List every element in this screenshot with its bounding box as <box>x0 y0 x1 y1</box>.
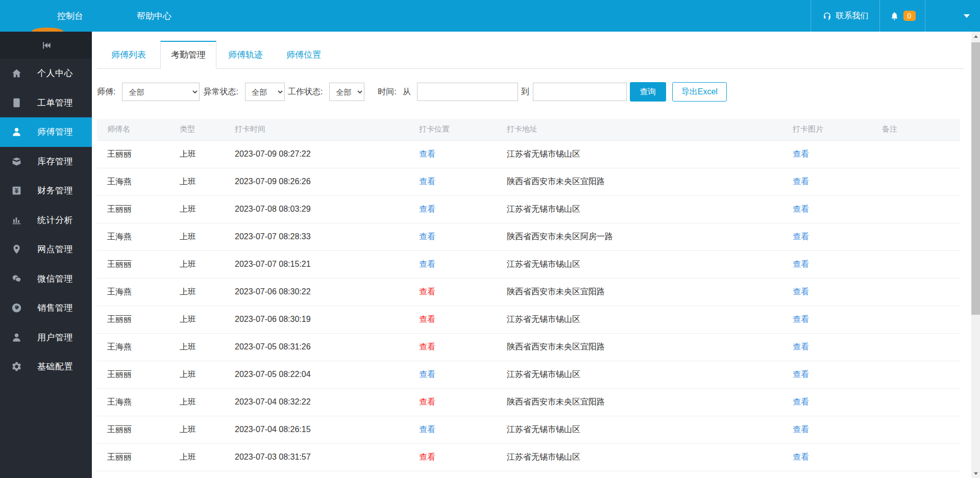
cell-remark <box>872 416 960 443</box>
abnormal-status-select[interactable]: 全部 <box>245 83 285 101</box>
view-image-link[interactable]: 查看 <box>793 397 809 406</box>
contact-us-label: 联系我们 <box>836 11 869 21</box>
cell-remark <box>872 388 960 416</box>
view-image-link[interactable]: 查看 <box>793 425 809 434</box>
nav-item-help-center[interactable]: 帮助中心 <box>137 10 172 22</box>
wechat-icon <box>11 273 22 284</box>
sidebar-item-label: 库存管理 <box>37 156 73 167</box>
cell-master-name: 王海燕 <box>97 388 169 416</box>
sidebar-item-finance[interactable]: 财务管理 <box>0 176 92 206</box>
table-row: 王丽丽上班2023-07-06 08:30:19查看江苏省无锡市锡山区查看 <box>97 306 960 333</box>
view-location-link[interactable]: 查看 <box>419 315 435 323</box>
cell-punch-image: 查看 <box>782 306 872 333</box>
tab-master-location[interactable]: 师傅位置 <box>275 41 333 68</box>
sidebar-item-label: 工单管理 <box>37 97 73 109</box>
column-header: 师傅名 <box>97 119 169 140</box>
cell-type: 上班 <box>169 333 225 361</box>
view-location-link[interactable]: 查看 <box>419 342 435 351</box>
cell-punch-image: 查看 <box>782 278 872 306</box>
tab-master-list[interactable]: 师傅列表 <box>97 41 160 68</box>
cell-type: 上班 <box>169 140 225 168</box>
view-image-link[interactable]: 查看 <box>793 177 809 186</box>
view-location-link[interactable]: 查看 <box>419 149 435 158</box>
cell-punch-address: 江苏省无锡市锡山区 <box>497 250 782 278</box>
cell-punch-image: 查看 <box>782 361 872 388</box>
cell-remark <box>872 250 960 278</box>
sales-icon <box>11 303 22 313</box>
time-from-input[interactable] <box>417 83 518 101</box>
cell-master-name: 王丽丽 <box>97 250 169 278</box>
sidebar-item-basic-config[interactable]: 基础配置 <box>0 352 92 382</box>
view-location-link[interactable]: 查看 <box>419 177 435 186</box>
view-image-link[interactable]: 查看 <box>793 149 809 158</box>
view-location-link[interactable]: 查看 <box>419 260 435 268</box>
master-filter-select[interactable]: 全部 <box>122 83 200 101</box>
top-nav: 控制台 帮助中心 <box>57 10 172 22</box>
tab-bar: 师傅列表考勤管理师傅轨迹师傅位置 <box>97 38 964 69</box>
table-row: 王海燕上班2023-07-05 08:31:26查看陕西省西安市未央区宜阳路查看 <box>97 333 960 361</box>
work-order-icon <box>11 97 22 108</box>
sidebar-item-inventory[interactable]: 库存管理 <box>0 147 92 177</box>
cell-punch-location: 查看 <box>409 333 497 361</box>
view-location-link[interactable]: 查看 <box>419 370 435 379</box>
cell-punch-image: 查看 <box>782 195 872 223</box>
sidebar-item-sales[interactable]: 销售管理 <box>0 293 92 323</box>
cell-punch-location: 查看 <box>409 195 497 223</box>
column-header: 打卡时间 <box>225 119 409 140</box>
view-location-link[interactable]: 查看 <box>419 205 435 213</box>
view-location-link[interactable]: 查看 <box>419 452 435 461</box>
cell-punch-address: 陕西省西安市未央区宜阳路 <box>497 168 782 195</box>
cell-master-name: 王海燕 <box>97 223 169 250</box>
notifications-button[interactable]: 0 <box>879 0 925 32</box>
arrow-down-icon <box>974 472 978 475</box>
sidebar-item-branches[interactable]: 网点管理 <box>0 235 92 264</box>
table-row: 王丽丽上班2023-07-03 08:31:57查看江苏省无锡市锡山区查看 <box>97 443 960 471</box>
view-image-link[interactable]: 查看 <box>793 260 809 268</box>
scrollbar-thumb[interactable] <box>971 42 980 315</box>
column-header: 类型 <box>169 119 225 140</box>
view-image-link[interactable]: 查看 <box>793 232 809 241</box>
export-excel-button[interactable]: 导出Excel <box>672 82 727 102</box>
user-menu-button[interactable] <box>925 0 980 32</box>
view-image-link[interactable]: 查看 <box>793 370 809 379</box>
cell-master-name: 王海燕 <box>97 333 169 361</box>
cell-type: 上班 <box>169 278 225 306</box>
work-status-select[interactable]: 全部 <box>329 83 364 101</box>
cell-punch-image: 查看 <box>782 388 872 416</box>
view-image-link[interactable]: 查看 <box>793 205 809 213</box>
view-location-link[interactable]: 查看 <box>419 425 435 434</box>
sidebar-collapse-button[interactable] <box>0 32 92 59</box>
cell-master-name: 王丽丽 <box>97 306 169 333</box>
view-image-link[interactable]: 查看 <box>793 287 809 296</box>
tab-master-track[interactable]: 师傅轨迹 <box>216 41 275 68</box>
logo-fragment <box>32 28 63 32</box>
search-button[interactable]: 查询 <box>630 82 666 102</box>
cell-master-name: 王丽丽 <box>97 361 169 388</box>
view-location-link[interactable]: 查看 <box>419 232 435 241</box>
scrollbar-down-button[interactable] <box>971 469 980 478</box>
table-row: 王丽丽上班2023-07-09 08:27:22查看江苏省无锡市锡山区查看 <box>97 140 960 168</box>
cell-punch-time: 2023-07-09 08:26:26 <box>225 168 409 195</box>
sidebar-item-personal-center[interactable]: 个人中心 <box>0 59 92 88</box>
sidebar-item-label: 基础配置 <box>37 361 73 372</box>
contact-us-button[interactable]: 联系我们 <box>811 0 879 32</box>
tab-attendance[interactable]: 考勤管理 <box>160 41 216 69</box>
time-to-input[interactable] <box>533 83 627 101</box>
cell-remark <box>872 168 960 195</box>
sidebar-item-masters[interactable]: 师傅管理 <box>0 117 92 147</box>
sidebar-item-label: 微信管理 <box>37 273 73 285</box>
view-image-link[interactable]: 查看 <box>793 452 809 461</box>
view-location-link[interactable]: 查看 <box>419 287 435 296</box>
sidebar-item-users[interactable]: 用户管理 <box>0 323 92 353</box>
sidebar-item-statistics[interactable]: 统计分析 <box>0 206 92 235</box>
view-location-link[interactable]: 查看 <box>419 397 435 406</box>
sidebar-item-wechat[interactable]: 微信管理 <box>0 264 92 294</box>
nav-item-console[interactable]: 控制台 <box>57 10 83 22</box>
view-image-link[interactable]: 查看 <box>793 315 809 323</box>
cell-remark <box>872 140 960 168</box>
view-image-link[interactable]: 查看 <box>793 342 809 351</box>
scrollbar-up-button[interactable] <box>971 32 980 41</box>
sidebar-item-work-orders[interactable]: 工单管理 <box>0 88 92 118</box>
cell-punch-time: 2023-07-03 08:31:57 <box>225 443 409 471</box>
home-icon <box>11 68 22 79</box>
